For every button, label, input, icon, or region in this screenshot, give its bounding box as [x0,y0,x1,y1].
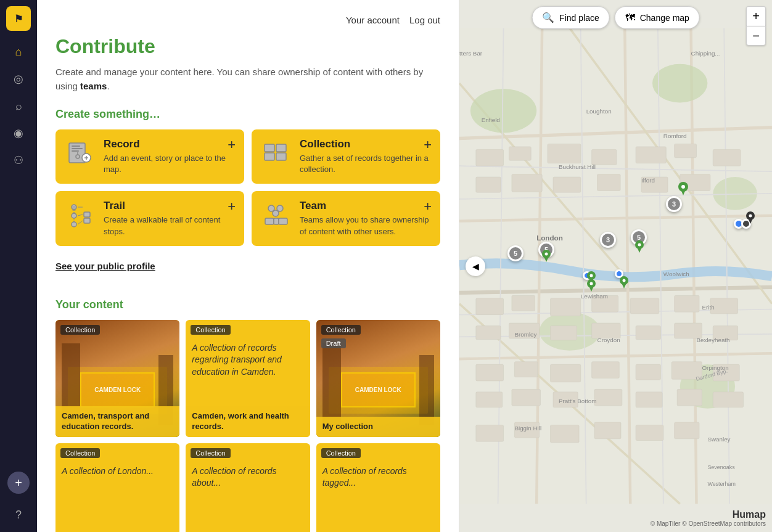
content-card-2[interactable]: Collection A collection of records regar… [186,320,310,437]
card3-draft-badge: Draft [321,338,346,348]
change-map-button[interactable]: 🗺 Change map [615,6,700,29]
svg-rect-72 [675,295,699,312]
svg-text:Bexleyheath: Bexleyheath [696,337,729,343]
svg-text:Pratt's Bottom: Pratt's Bottom [559,398,596,404]
map-back-button[interactable]: ◀ [466,256,485,276]
collection-card-desc: Gather a set of records together in a co… [300,153,430,175]
card4-type-badge: Collection [60,448,100,458]
your-content-title: Your content [55,298,440,311]
map-attribution: Humap © MapTiler © OpenStreetMap contrib… [651,509,766,527]
svg-rect-54 [476,149,504,166]
app-logo[interactable]: ⚑ [6,6,31,31]
map-area: 🔍 Find place 🗺 Change map + − ◀ [459,0,772,532]
svg-rect-78 [636,326,660,340]
svg-rect-58 [636,147,666,163]
log-out-link[interactable]: Log out [409,15,440,25]
svg-rect-68 [512,295,535,311]
card6-italic-text: A collection of records tagged... [322,465,434,489]
svg-rect-97 [551,425,579,443]
zoom-out-button[interactable]: − [746,26,766,46]
svg-text:London: London [536,234,563,242]
map-zoom-controls: + − [746,6,766,46]
team-card-title: Team [300,200,430,212]
svg-rect-79 [675,323,702,338]
trail-card-desc: Create a walkable trail of content stops… [104,215,234,237]
svg-rect-67 [476,298,504,315]
svg-rect-69 [551,298,581,316]
svg-point-26 [273,210,279,216]
team-card-desc: Teams allow you to share ownership of co… [300,215,430,237]
card6-type-badge: Collection [321,448,361,458]
trail-plus-icon: + [228,198,236,215]
svg-text:Loughton: Loughton [586,108,612,115]
collection-plus-icon: + [424,137,432,153]
svg-rect-11 [276,144,286,152]
svg-text:Chipping...: Chipping... [691,50,720,57]
card4-italic-text: A collection of London... [62,465,173,478]
content-card-4[interactable]: Collection A collection of London... [55,443,179,532]
svg-rect-19 [84,212,90,217]
create-trail-card[interactable]: Trail Create a walkable trail of content… [55,191,244,245]
svg-rect-100 [675,422,699,439]
svg-rect-57 [592,149,617,165]
record-icon [65,138,95,168]
svg-rect-56 [548,144,581,163]
collection-icon [261,138,291,168]
svg-rect-59 [675,144,697,157]
svg-rect-66 [680,174,710,191]
svg-rect-76 [551,326,577,340]
content-grid: CAMDEN LOCK Collection Camden, transport… [55,320,440,532]
your-account-link[interactable]: Your account [346,15,400,25]
svg-rect-98 [594,422,621,439]
svg-text:Bromley: Bromley [514,331,536,338]
sidebar-item-home[interactable]: ⌂ [7,41,30,63]
svg-line-22 [78,215,83,216]
collection-card-title: Collection [300,138,430,150]
header-nav: Your account Log out [346,15,440,25]
create-grid: Record Add an event, story or place to t… [55,129,440,246]
svg-text:Buckhurst Hill: Buckhurst Hill [559,163,596,170]
public-profile-link[interactable]: See your public profile [55,261,155,271]
svg-rect-60 [713,149,741,166]
find-place-button[interactable]: 🔍 Find place [532,6,610,29]
create-team-card[interactable]: Team Teams allow you to share ownership … [252,191,440,245]
create-collection-card[interactable]: Collection Gather a set of records toget… [252,129,440,184]
map-icon: 🗺 [625,12,635,23]
card2-type-badge: Collection [191,325,230,335]
create-record-card[interactable]: Record Add an event, story or place to t… [55,129,244,184]
content-card-5[interactable]: Collection A collection of records about… [186,443,310,532]
sidebar-item-pin[interactable]: ◉ [7,122,30,144]
sidebar-add-button[interactable]: + [7,472,30,494]
svg-text:Swanley: Swanley [707,436,730,443]
card1-label: Camden, transport and education records. [62,411,173,432]
svg-rect-27 [265,218,274,224]
svg-text:Enfield: Enfield [482,117,500,123]
svg-text:tters Bar: tters Bar [459,50,483,57]
svg-rect-29 [279,218,287,224]
create-section-title: Create something… [55,108,440,121]
svg-rect-88 [476,392,503,407]
team-plus-icon: + [424,198,432,215]
svg-text:Westerham: Westerham [707,481,736,487]
svg-text:Lewisham: Lewisham [581,293,608,300]
svg-rect-64 [597,174,621,191]
record-card-desc: Add an event, story or place to the map. [104,153,234,175]
zoom-in-button[interactable]: + [746,6,766,26]
sidebar-item-search[interactable]: ⌕ [7,95,30,117]
content-card-3[interactable]: CAMDEN LOCK Collection Draft My collecti… [316,320,440,437]
svg-rect-3 [72,150,79,152]
sidebar-item-help[interactable]: ? [7,504,30,526]
svg-rect-99 [636,425,663,440]
svg-text:Romford: Romford [663,133,687,139]
team-icon [261,200,291,229]
main-content: Your account Log out Contribute Create a… [37,0,459,532]
svg-rect-9 [265,144,274,152]
svg-rect-20 [84,218,90,223]
svg-rect-94 [713,392,743,407]
content-card-1[interactable]: CAMDEN LOCK Collection Camden, transport… [55,320,179,437]
svg-text:Ilford: Ilford [641,177,655,184]
sidebar-item-explore[interactable]: ◎ [7,68,30,90]
content-card-6[interactable]: Collection A collection of records tagge… [316,443,440,532]
header: Your account Log out [55,15,440,25]
sidebar-item-person[interactable]: ⚇ [7,149,30,171]
